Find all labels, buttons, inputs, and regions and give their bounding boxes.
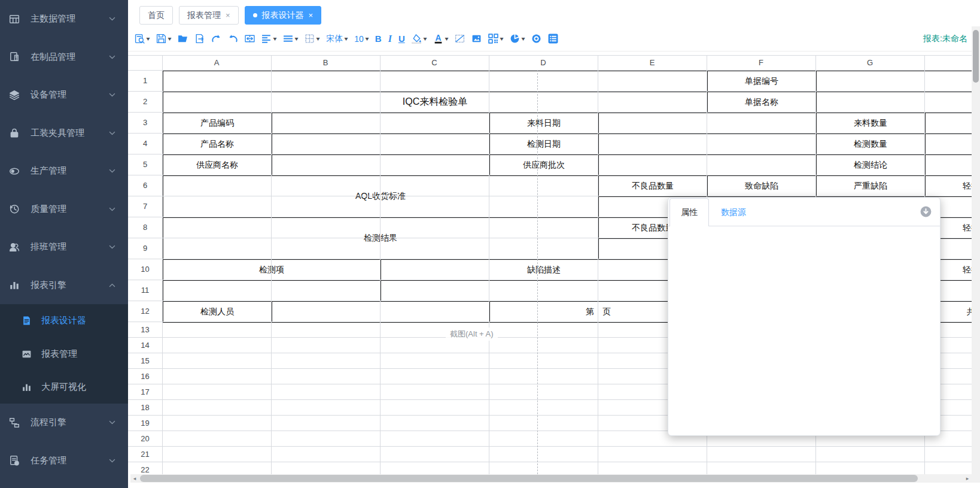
row-header-12[interactable]: 12 [128,301,162,322]
cell-G2[interactable] [817,92,972,113]
cell-A10[interactable]: 检测项 [163,260,381,281]
row-header-13[interactable]: 13 [128,322,162,337]
chart-button[interactable]: ▾ [509,30,526,48]
cell-B4[interactable] [272,134,490,155]
cell-D3[interactable]: 来料日期 [490,113,599,134]
sidebar-subitem-2[interactable]: 大屏可视化 [0,371,128,404]
cell-F2[interactable]: 单据名称 [708,92,817,113]
undo-button[interactable] [227,30,239,48]
cell-H6[interactable]: 轻微缺陷 [926,176,972,197]
row-header-9[interactable]: 9 [128,238,162,259]
sidebar-item-3[interactable]: 工装夹具管理 [0,114,128,153]
row-header-6[interactable]: 6 [128,175,162,196]
sidebar-item-0[interactable]: 主数据管理 [0,0,128,38]
row-header-21[interactable]: 21 [128,446,162,462]
row-header-15[interactable]: 15 [128,353,162,368]
panel-toggle-button[interactable] [547,30,559,48]
sidebar-item-9[interactable]: 任务管理 [0,442,128,480]
align-button[interactable]: ▾ [260,30,278,48]
cell-B12[interactable] [272,302,490,323]
insert-image-button[interactable] [470,30,483,48]
row-header-4[interactable]: 4 [128,133,162,154]
row-header-7[interactable]: 7 [128,196,162,217]
column-header-H[interactable]: H [924,55,972,70]
cell-E4[interactable] [599,134,817,155]
cell-A3[interactable]: 产品编码 [163,113,272,134]
cell-B3[interactable] [272,113,490,134]
cell-H5[interactable] [926,155,972,176]
cell-A11[interactable] [163,281,381,302]
close-icon[interactable]: × [226,11,230,19]
column-header-C[interactable]: C [380,55,489,70]
cell-A2[interactable]: IQC来料检验单 [163,92,708,113]
row-header-20[interactable]: 20 [128,431,162,446]
cell-C10[interactable]: 缺陷描述 [381,260,708,281]
row-header-14[interactable]: 14 [128,337,162,353]
scroll-left-arrow-icon[interactable]: ◂ [130,474,139,483]
close-icon[interactable]: × [309,11,314,19]
row-header-2[interactable]: 2 [128,91,162,112]
column-header-D[interactable]: D [489,55,598,70]
cell-G6[interactable]: 严重缺陷 [817,176,926,197]
sidebar-item-5[interactable]: 质量管理 [0,190,128,229]
row-header-3[interactable]: 3 [128,112,162,133]
row-header-11[interactable]: 11 [128,280,162,301]
tab-2[interactable]: 报表设计器× [245,6,322,25]
cell-B5[interactable] [272,155,490,176]
open-button[interactable] [176,30,189,48]
cell-A8[interactable]: 检测结果 [163,218,599,260]
bold-button[interactable]: B [374,30,383,48]
clear-image-button[interactable] [454,30,466,48]
preview-button[interactable]: ▾ [133,30,151,48]
font-color-button[interactable]: A▾ [432,30,449,48]
vertical-scroll-thumb[interactable] [973,30,979,83]
cell-H4[interactable] [926,134,972,155]
horizontal-scrollbar[interactable]: ◂ ▸ [130,474,972,483]
column-header-A[interactable]: A [162,55,271,70]
cell-E3[interactable] [599,113,817,134]
cell-A1[interactable] [163,71,708,92]
sidebar-item-6[interactable]: 排班管理 [0,228,128,266]
italic-button[interactable]: I [387,30,393,48]
sidebar-item-8[interactable]: 流程引擎 [0,404,128,442]
qrcode-button[interactable]: ▾ [487,30,504,48]
row-header-17[interactable]: 17 [128,384,162,399]
row-header-8[interactable]: 8 [128,217,162,238]
cell-D4[interactable]: 检测日期 [490,134,599,155]
cell-A4[interactable]: 产品名称 [163,134,272,155]
row-header-22[interactable]: 22 [128,462,162,474]
column-header-B[interactable]: B [271,55,380,70]
tab-1[interactable]: 报表管理× [179,6,239,25]
cell-H3[interactable] [926,113,972,134]
row-header-5[interactable]: 5 [128,154,162,175]
settings-button[interactable] [530,30,543,48]
cell-F6[interactable]: 致命缺陷 [708,176,817,197]
sidebar-item-7[interactable]: 报表引擎 [0,266,128,305]
fill-color-button[interactable]: ▾ [410,30,428,48]
cell-G1[interactable] [817,71,972,92]
font-family-button[interactable]: 宋体▾ [325,30,349,48]
redo-button[interactable] [210,30,223,48]
cell-G3[interactable]: 来料数量 [817,113,926,134]
scroll-right-arrow-icon[interactable]: ▸ [963,474,972,483]
save-button[interactable]: ▾ [155,30,172,48]
tab-0[interactable]: 首页 [139,6,173,25]
borders-button[interactable]: ▾ [303,30,321,48]
font-size-button[interactable]: 10▾ [353,30,370,48]
cell-E5[interactable] [599,155,817,176]
sidebar-subitem-0[interactable]: 报表设计器 [0,304,128,337]
circle-down-arrow-icon[interactable] [920,206,932,217]
cell-A5[interactable]: 供应商名称 [163,155,272,176]
line-style-button[interactable]: ▾ [282,30,299,48]
horizontal-scroll-thumb[interactable] [140,475,918,482]
row-header-1[interactable]: 1 [128,70,162,91]
cell-A6[interactable]: AQL收货标准 [163,176,599,218]
column-header-G[interactable]: G [815,55,924,70]
row-header-18[interactable]: 18 [128,399,162,415]
row-header-19[interactable]: 19 [128,415,162,431]
export-button[interactable] [193,30,206,48]
cell-F1[interactable]: 单据编号 [708,71,817,92]
column-header-F[interactable]: F [707,55,815,70]
panel-tab-datasource[interactable]: 数据源 [721,198,746,226]
cell-A12[interactable]: 检测人员 [163,302,272,323]
